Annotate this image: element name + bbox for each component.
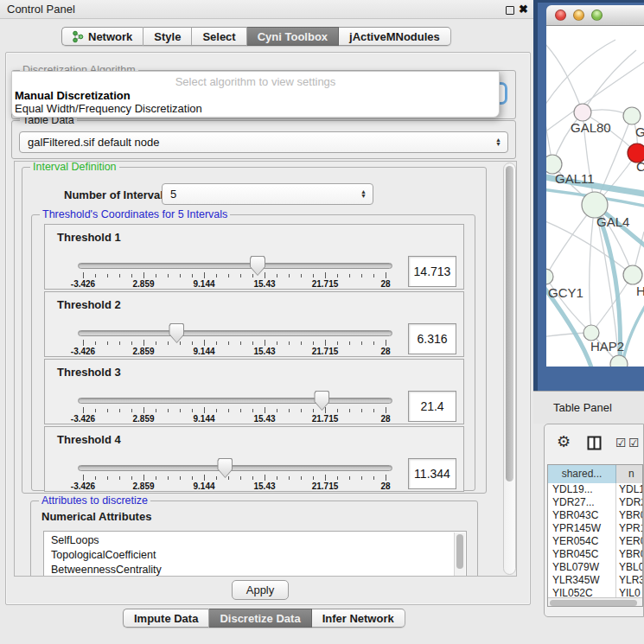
table-data-combo[interactable]: galFiltered.sif default node ▲ ▼: [19, 131, 508, 153]
tab-select[interactable]: Select: [192, 27, 246, 46]
cell-name[interactable]: YBL0: [616, 561, 642, 574]
tab-jactivemnodules[interactable]: jActiveMNodules: [339, 27, 451, 46]
attributes-group-title: Attributes to discretize: [39, 494, 150, 507]
popup-item-equal-width-frequency[interactable]: Equal Width/Frequency Discretization: [15, 102, 202, 115]
network-canvas[interactable]: GAL80 GA C GAL11 GAL4 GCY1 H HAP2: [546, 26, 644, 367]
tick-label: 15.43: [253, 414, 275, 424]
tick-mark: [156, 476, 156, 480]
tab-label: Infer Network: [322, 612, 394, 625]
column-header-name[interactable]: n: [616, 465, 642, 483]
checkbox-icon[interactable]: ☑: [628, 436, 640, 450]
cell-shared-name[interactable]: YLR345W: [548, 574, 616, 587]
cell-shared-name[interactable]: YER054C: [548, 535, 616, 548]
cell-shared-name[interactable]: YPR145W: [548, 522, 616, 535]
attributes-list-scrollbar[interactable]: [454, 532, 465, 577]
label-partial-mid: C: [636, 159, 644, 174]
table-data-group: Table Data galFiltered.sif default node …: [11, 120, 516, 159]
control-panel-titlebar: Control Panel: [0, 0, 533, 19]
cell-shared-name[interactable]: YDR27...: [548, 496, 616, 509]
node-gcy1[interactable]: [546, 269, 553, 284]
table-row[interactable]: YLR345WYLR3: [548, 574, 642, 587]
slider-thumb[interactable]: [217, 458, 233, 478]
node-green-top[interactable]: [623, 107, 641, 124]
label-gal11: GAL11: [555, 171, 595, 186]
popup-item-manual-discretization[interactable]: Manual Discretization: [15, 89, 131, 102]
numerical-attributes-list[interactable]: SelfLoopsTopologicalCoefficientBetweenne…: [43, 531, 467, 577]
cell-shared-name[interactable]: YDL19...: [548, 483, 616, 496]
checkbox-icon[interactable]: ☑: [615, 436, 627, 450]
attribute-item[interactable]: SelfLoops: [44, 533, 466, 548]
slider-track[interactable]: [78, 330, 392, 336]
threshold-value[interactable]: 11.344: [408, 458, 456, 489]
cell-shared-name[interactable]: YBR043C: [548, 509, 616, 522]
network-window-titlebar[interactable]: [546, 5, 644, 26]
settings-scroll-viewport: Interval Definition Number of Intervals …: [14, 161, 517, 577]
slider-track[interactable]: [78, 398, 392, 404]
tick-mark: [386, 407, 386, 413]
apply-button[interactable]: Apply: [232, 580, 289, 600]
tick-mark: [289, 476, 290, 480]
cell-name[interactable]: YBR0: [616, 509, 642, 522]
tick-label: 28: [380, 279, 390, 289]
attribute-item[interactable]: BetweennessCentrality: [44, 563, 466, 577]
attribute-item[interactable]: TopologicalCoefficient: [44, 548, 466, 563]
cell-name[interactable]: YLR3: [616, 574, 642, 587]
node-pink[interactable]: [574, 104, 591, 121]
tab-infer-network[interactable]: Infer Network: [312, 609, 405, 628]
float-window-icon[interactable]: [506, 6, 514, 15]
tab-cyni-toolbox[interactable]: Cyni Toolbox: [247, 27, 339, 46]
tab-network[interactable]: Network: [61, 27, 143, 46]
close-icon[interactable]: ✖: [519, 3, 528, 16]
cell-name[interactable]: YBR0: [616, 548, 642, 561]
tick-mark: [252, 409, 253, 412]
table-row[interactable]: YDR27...YDR2: [548, 496, 642, 509]
number-of-intervals-combo[interactable]: 5 ▲ ▼: [162, 183, 373, 205]
cell-name[interactable]: YDL1: [616, 483, 642, 496]
tick-mark: [143, 272, 144, 278]
minimize-traffic-light[interactable]: [573, 10, 584, 21]
table-row[interactable]: YBL079WYBL0: [548, 561, 642, 574]
tick-mark: [119, 409, 120, 412]
cell-shared-name[interactable]: YBR045C: [548, 548, 616, 561]
tab-style[interactable]: Style: [143, 27, 192, 46]
close-traffic-light[interactable]: [555, 10, 566, 21]
threshold-value[interactable]: 21.4: [408, 391, 456, 422]
column-header-shared-name[interactable]: shared...: [548, 465, 616, 483]
gear-icon[interactable]: ⚙: [557, 433, 571, 450]
table-row[interactable]: YDL19...YDL1: [548, 483, 642, 496]
table-row[interactable]: YPR145WYPR1: [548, 522, 642, 535]
scrollbar-thumb[interactable]: [506, 166, 513, 481]
node-green-mid[interactable]: [623, 265, 642, 284]
slider-thumb[interactable]: [169, 323, 184, 343]
threshold-value[interactable]: 6.316: [408, 323, 456, 354]
cell-shared-name[interactable]: YBL079W: [548, 561, 616, 574]
table-row[interactable]: YIL052CYIL0: [548, 587, 642, 597]
cell-name[interactable]: YDR2: [616, 496, 642, 509]
cell-name[interactable]: YPR1: [616, 522, 642, 535]
table-row[interactable]: YBR043CYBR0: [548, 509, 642, 522]
table-horizontal-scrollbar[interactable]: [548, 597, 642, 607]
tick-label: 15.43: [253, 481, 275, 491]
zoom-traffic-light[interactable]: [591, 10, 603, 21]
table-row[interactable]: YER054CYER0: [548, 535, 642, 548]
slider-thumb[interactable]: [314, 391, 329, 411]
table-row[interactable]: YBR045CYBR0: [548, 548, 642, 561]
tick-mark: [192, 341, 193, 345]
tick-label: 21.715: [312, 481, 339, 491]
tick-mark: [168, 274, 169, 277]
top-tab-bar: NetworkStyleSelectCyni ToolboxjActiveMNo…: [61, 27, 451, 46]
slider-thumb[interactable]: [250, 256, 265, 276]
combo-arrows-icon: ▲ ▼: [360, 190, 367, 198]
settings-vertical-scrollbar[interactable]: [503, 163, 516, 575]
cell-name[interactable]: YIL0: [616, 587, 642, 597]
split-columns-icon[interactable]: [587, 436, 602, 453]
cell-shared-name[interactable]: YIL052C: [548, 587, 616, 597]
slider-track[interactable]: [78, 263, 392, 269]
slider-track[interactable]: [78, 465, 392, 471]
tab-impute-data[interactable]: Impute Data: [123, 609, 209, 628]
tab-discretize-data[interactable]: Discretize Data: [209, 609, 311, 628]
scrollbar-thumb[interactable]: [550, 600, 637, 606]
tick-mark: [361, 274, 362, 277]
threshold-value[interactable]: 14.713: [408, 256, 456, 287]
cell-name[interactable]: YER0: [616, 535, 642, 548]
